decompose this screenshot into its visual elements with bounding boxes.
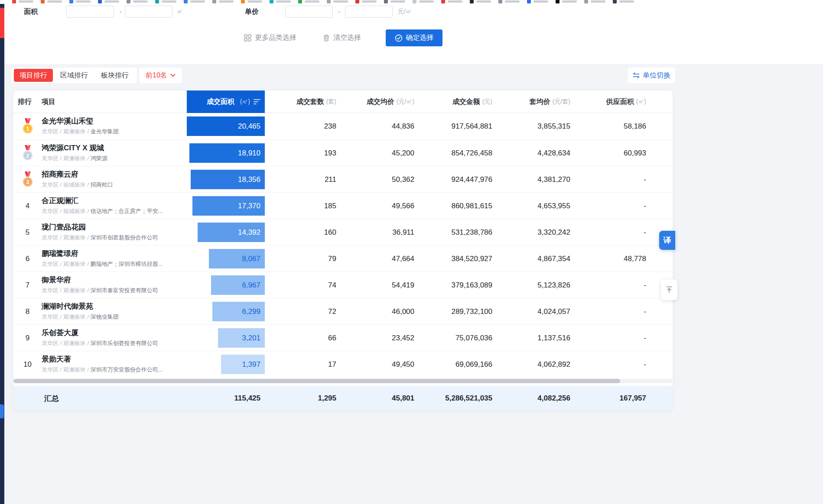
table-row[interactable]: 10 景勋天著 龙华区 / 观澜板块 / 深圳市万安堂股份合作公司... 1,3… [13,351,673,377]
more-categories-button[interactable]: 更多品类选择 [244,31,296,44]
price-min-input[interactable] [285,6,333,18]
area-cell: 8,067 [187,246,265,272]
avg-price-value: 47,664 [336,255,414,263]
browser-tabs-strip [12,0,823,4]
clear-selection-button[interactable]: 清空选择 [323,31,361,44]
column-header-supply-area[interactable]: 供应面积 (㎡) [570,90,646,113]
svg-text:3: 3 [26,179,29,185]
sets-value: 79 [265,255,336,263]
browser-tab-favicon [298,0,302,3]
rank-cell: 1 [13,118,42,134]
supply-area-value: - [570,175,646,184]
project-developer: 深圳市万安堂股份合作公司... [91,366,163,373]
horizontal-scrollbar-thumb[interactable] [13,379,620,383]
area-bar: 20,465 [187,116,265,136]
summary-supply-area: 167,957 [570,394,646,403]
project-detail: 龙华区 / 观澜板块 / 深圳市创君新股份合作公司 [42,234,187,242]
avg-price-value: 45,200 [336,149,414,158]
price-max-input[interactable] [345,6,393,18]
rank-number: 5 [26,228,29,237]
amount-value: 379,163,089 [414,281,492,290]
unit-switch-button[interactable]: 单位切换 [628,68,675,83]
avg-price-value: 50,362 [336,175,414,184]
unit-switch-label: 单位切换 [643,71,670,80]
column-header-per-set-price[interactable]: 套均价 (元/套) [492,90,570,113]
table-row[interactable]: 1 金光华溪山禾玺 龙华区 / 观澜板块 / 金光华集团 20,465 238 … [13,113,673,139]
left-red-accent [0,8,4,38]
rank-number: 7 [26,281,29,290]
tab-project-ranking[interactable]: 项目排行 [14,69,53,82]
clear-selection-label: 清空选择 [333,33,361,42]
browser-tab-favicon [584,0,588,3]
top-n-dropdown[interactable]: 前10名 [139,67,182,84]
table-row[interactable]: 7 御景华府 龙华区 / 观澜板块 / 深圳市泰富安投资有限公司 6,967 7… [13,271,673,298]
project-developer: 鹏瑞地产；深圳市樟坑径股... [91,261,163,267]
sets-value: 193 [265,149,336,158]
area-value: 20,465 [238,122,260,131]
table-row[interactable]: 5 珑门壹品花园 龙华区 / 观澜板块 / 深圳市创君新股份合作公司 14,39… [13,219,673,245]
amount-value: 531,238,786 [414,228,492,237]
rank-cell: 8 [13,307,42,316]
amount-value: 854,726,458 [414,149,492,158]
project-detail: 龙华区 / 福城板块 / 招商蛇口 [42,181,187,189]
supply-area-value: - [570,334,646,342]
swap-icon [633,72,640,78]
supply-area-value: 58,186 [570,122,646,131]
back-to-top-button[interactable] [661,279,677,300]
project-name: 招商雍云府 [42,170,187,179]
amount-value: 860,981,615 [414,202,492,210]
rank-cell: 5 [13,228,42,237]
project-detail: 龙华区 / 观澜板块 / 金光华集团 [42,128,187,136]
project-name: 鹏瑞鹭璟府 [42,249,187,258]
area-max-input[interactable] [125,6,172,18]
browser-tab-favicon [355,0,359,3]
table-row[interactable]: 2 鸿荣源CITY X 观城 龙华区 / 观澜板块 / 鸿荣源 18,910 1… [13,139,673,166]
summary-per-set-price: 4,082,256 [492,394,570,403]
browser-tab-favicon [470,0,474,3]
area-bar: 6,299 [212,302,265,321]
project-cell: 鹏瑞鹭璟府 龙华区 / 观澜板块 / 鹏瑞地产；深圳市樟坑径股... [42,249,187,268]
project-detail: 龙华区 / 观澜板块 / 深圳市乐创荟投资有限公司 [42,339,187,347]
table-row[interactable]: 3 招商雍云府 龙华区 / 福城板块 / 招商蛇口 18,356 211 50,… [13,166,673,192]
amount-value: 75,076,036 [414,334,492,342]
rank-medal-icon: 3 [21,171,34,187]
area-value: 6,299 [242,307,260,316]
project-detail: 龙华区 / 福城板块 / 信达地产；合正房产；平安... [42,207,187,215]
sets-value: 72 [265,307,336,316]
column-header-amount[interactable]: 成交金额 (元) [414,90,492,113]
column-header-area-sorted[interactable]: 成交面积 (㎡) [187,90,265,113]
area-value: 18,356 [238,175,260,184]
project-region: 龙华区 / 观澜板块 [42,234,86,241]
area-cell: 6,299 [187,298,265,325]
amount-value: 924,447,976 [414,175,492,184]
per-set-price-value: 1,137,516 [492,334,570,342]
more-categories-label: 更多品类选择 [255,33,296,42]
browser-tab-favicon [327,0,331,3]
confirm-selection-button[interactable]: 确定选择 [386,29,442,46]
per-set-price-value: 4,062,892 [492,360,570,369]
column-header-sets[interactable]: 成交套数 (套) [265,90,336,113]
translate-button[interactable]: 译 [659,231,675,250]
table-row[interactable]: 8 澜湖时代御景苑 龙华区 / 观澜板块 / 深物业集团 6,299 72 46… [13,298,673,324]
supply-area-value: - [570,360,646,369]
area-min-input[interactable] [66,6,114,18]
project-region: 龙华区 / 观澜板块 [42,313,86,320]
back-to-top-icon [665,286,673,294]
amount-value: 917,564,881 [414,122,492,131]
project-cell: 景勋天著 龙华区 / 观澜板块 / 深圳市万安堂股份合作公司... [42,355,187,374]
sets-value: 160 [265,228,336,237]
chevron-down-icon [170,74,176,77]
tab-sector-ranking[interactable]: 板块排行 [94,69,135,82]
project-name: 乐创荟大厦 [42,329,187,337]
table-row[interactable]: 6 鹏瑞鹭璟府 龙华区 / 观澜板块 / 鹏瑞地产；深圳市樟坑径股... 8,0… [13,245,673,271]
table-row[interactable]: 9 乐创荟大厦 龙华区 / 观澜板块 / 深圳市乐创荟投资有限公司 3,201 … [13,324,673,351]
translate-label: 译 [664,235,671,246]
summary-amount: 5,286,521,035 [414,394,492,403]
browser-tab-favicon [241,0,245,3]
table-row[interactable]: 4 合正观澜汇 龙华区 / 福城板块 / 信达地产；合正房产；平安... 17,… [13,192,673,219]
left-side-badge [0,404,4,418]
tab-region-ranking[interactable]: 区域排行 [54,69,94,82]
avg-price-value: 23,452 [336,334,414,342]
column-header-avg-price[interactable]: 成交均价 (元/㎡) [336,90,414,113]
area-bar: 8,067 [209,249,265,268]
